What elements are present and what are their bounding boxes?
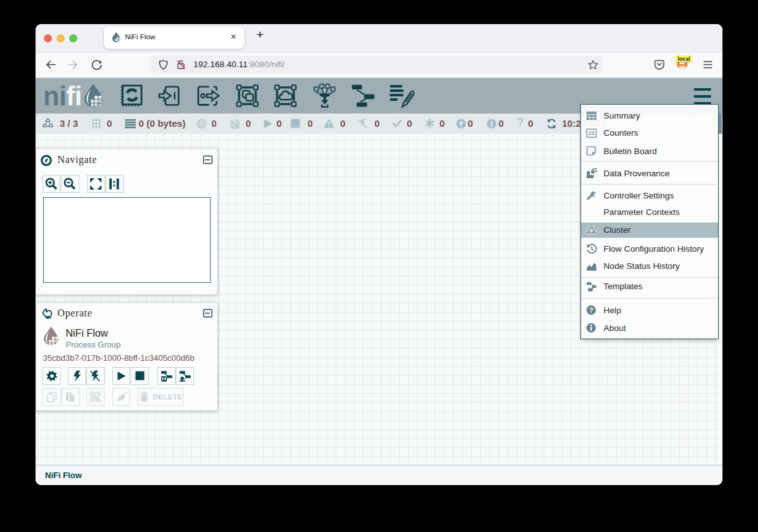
svg-text:?: ? bbox=[589, 307, 593, 314]
svg-text:23: 23 bbox=[588, 130, 594, 136]
